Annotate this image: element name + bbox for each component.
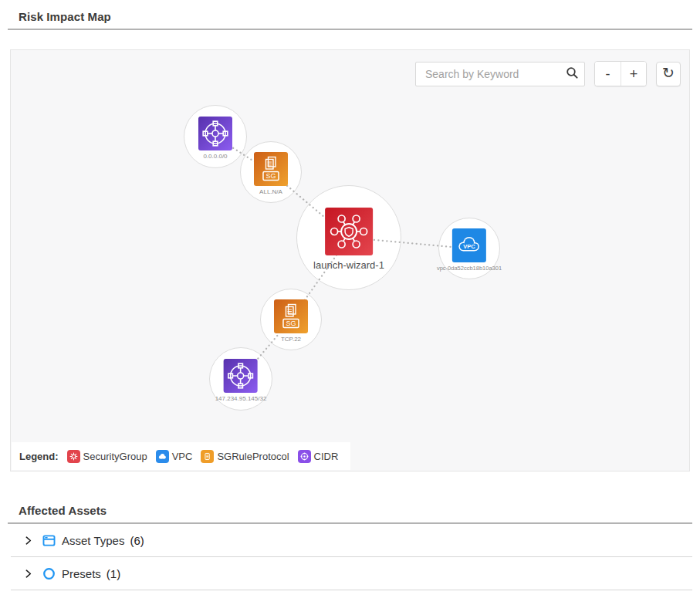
vpc-icon: VPC xyxy=(452,228,486,262)
page-title: Risk Impact Map xyxy=(19,10,700,23)
asset-types-icon xyxy=(41,532,56,548)
svg-text:SG: SG xyxy=(286,319,296,327)
search-box xyxy=(415,62,585,86)
zoom-controls: - + xyxy=(594,61,647,86)
presets-icon xyxy=(41,566,56,581)
search-input[interactable] xyxy=(416,68,560,80)
node-label: 147.234.95.145/32 xyxy=(215,395,267,402)
risk-impact-map-canvas[interactable]: - + ↻ xyxy=(10,49,690,471)
title-divider xyxy=(8,29,692,30)
svg-text:SG: SG xyxy=(265,172,276,180)
svg-text:VPC: VPC xyxy=(463,243,475,250)
legend-label: SecurityGroup xyxy=(83,451,147,462)
node-sgrule-tcp22[interactable]: SG TCP.22 xyxy=(274,299,308,343)
map-toolbar: - + ↻ xyxy=(415,61,681,86)
node-label: TCP.22 xyxy=(281,336,301,343)
node-vpc[interactable]: VPC vpc-0da52ccb18b10a301 xyxy=(437,228,502,272)
cidr-icon xyxy=(224,359,258,393)
cidr-mini-icon xyxy=(298,450,311,463)
node-label: launch-wizard-1 xyxy=(313,259,384,271)
node-cidr-any[interactable]: 0.0.0.0/0 xyxy=(198,117,232,160)
cidr-icon xyxy=(198,117,232,150)
legend-label: CIDR xyxy=(314,451,339,462)
zoom-in-button[interactable]: + xyxy=(621,62,646,86)
affected-assets-title: Affected Assets xyxy=(19,504,700,517)
refresh-button[interactable]: ↻ xyxy=(656,62,681,86)
asset-row-count: (1) xyxy=(107,567,120,580)
refresh-icon: ↻ xyxy=(662,64,675,82)
legend-item-cidr: CIDR xyxy=(298,450,339,463)
asset-row-presets[interactable]: Presets (1) xyxy=(0,557,700,590)
node-label: 0.0.0.0/0 xyxy=(203,153,227,160)
sg-rule-mini-icon xyxy=(201,450,214,463)
node-sg-launch-wizard-1[interactable]: launch-wizard-1 xyxy=(313,208,384,271)
sg-rule-icon: SG xyxy=(274,299,308,333)
legend-item-sgruleprotocol: SGRuleProtocol xyxy=(201,450,289,463)
search-button[interactable] xyxy=(560,63,584,86)
sg-rule-icon: SG xyxy=(254,152,288,186)
asset-row-label: Presets xyxy=(62,567,101,580)
row-divider xyxy=(11,590,692,590)
search-icon xyxy=(566,66,579,82)
node-sgrule-all[interactable]: SG ALL.N/A xyxy=(254,152,288,195)
asset-row-asset-types[interactable]: Asset Types (6) xyxy=(0,524,700,556)
legend-label: SGRuleProtocol xyxy=(217,451,289,462)
asset-row-label: Asset Types xyxy=(62,534,124,547)
map-legend: Legend: SecurityGroup VPC xyxy=(12,442,350,470)
security-group-icon xyxy=(325,208,373,255)
node-label: vpc-0da52ccb18b10a301 xyxy=(437,265,502,272)
legend-item-vpc: VPC xyxy=(156,450,193,463)
security-group-mini-icon xyxy=(67,450,80,463)
legend-item-securitygroup: SecurityGroup xyxy=(67,450,147,463)
asset-row-count: (6) xyxy=(130,534,144,547)
chevron-right-icon xyxy=(23,568,34,579)
legend-label: VPC xyxy=(172,451,193,462)
legend-title: Legend: xyxy=(19,451,59,462)
node-cidr-host[interactable]: 147.234.95.145/32 xyxy=(215,359,267,402)
node-label: ALL.N/A xyxy=(259,188,282,195)
vpc-mini-icon xyxy=(156,450,169,463)
zoom-out-button[interactable]: - xyxy=(595,62,621,86)
chevron-right-icon xyxy=(23,535,34,546)
